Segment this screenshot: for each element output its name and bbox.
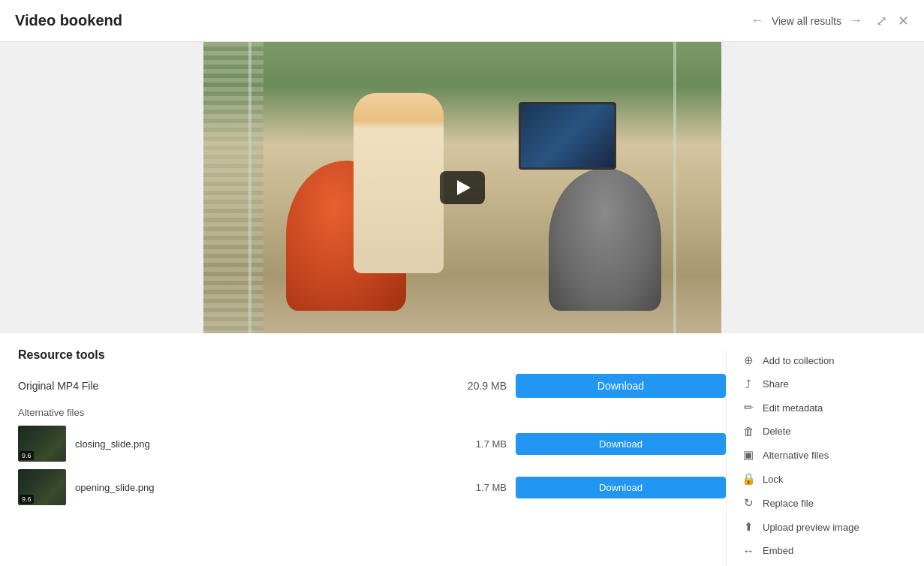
alt-file-row: 9.6 closing_slide.png 1.7 MB Download bbox=[18, 426, 726, 462]
resource-panel: Resource tools Original MP4 File 20.9 MB… bbox=[0, 333, 924, 566]
header-icons: ⤢ ✕ bbox=[876, 13, 909, 29]
original-download-button[interactable]: Download bbox=[516, 374, 726, 398]
sidebar-tool-label: Lock bbox=[763, 474, 783, 485]
lock-icon: 🔒 bbox=[742, 472, 755, 486]
sidebar-tool-label: Share bbox=[763, 378, 789, 390]
sidebar-tool-share[interactable]: ⤴ Share bbox=[742, 372, 906, 396]
alt-download-button[interactable]: Download bbox=[516, 433, 726, 455]
sidebar-tool-label: Add to collection bbox=[763, 355, 834, 366]
sidebar-tool-add-to-collection[interactable]: ⊕ Add to collection bbox=[742, 348, 906, 372]
header-nav: ← View all results → ⤢ ✕ bbox=[751, 13, 909, 29]
view-all-results-link[interactable]: View all results bbox=[772, 15, 841, 27]
sidebar-tool-label: Edit metadata bbox=[763, 402, 823, 414]
alt-file-row: 9.6 opening_slide.png 1.7 MB Download bbox=[18, 469, 726, 505]
edit-metadata-icon: ✏ bbox=[742, 401, 755, 414]
close-button[interactable]: ✕ bbox=[898, 13, 909, 29]
sidebar-tool-replace-file[interactable]: ↻ Replace file bbox=[742, 491, 906, 515]
upload-preview-icon: ⬆ bbox=[742, 520, 755, 534]
play-button[interactable] bbox=[440, 171, 485, 204]
next-arrow[interactable]: → bbox=[849, 13, 862, 29]
resource-main: Resource tools Original MP4 File 20.9 MB… bbox=[18, 348, 726, 566]
alt-files-label: Alternative files bbox=[18, 407, 726, 418]
scene-blinds bbox=[203, 42, 263, 333]
scene-glass-right bbox=[673, 42, 676, 333]
sidebar-tool-label: Delete bbox=[763, 426, 791, 437]
sidebar-tool-label: Alternative files bbox=[763, 450, 829, 461]
thumb-inner: 9.6 bbox=[18, 426, 66, 462]
resource-tools-title: Resource tools bbox=[18, 348, 726, 362]
sidebar-tool-lock[interactable]: 🔒 Lock bbox=[742, 467, 906, 491]
sidebar-tool-label: Upload preview image bbox=[763, 522, 859, 533]
alt-file-name: opening_slide.png bbox=[75, 482, 445, 493]
scene-monitor bbox=[519, 102, 616, 170]
replace-file-icon: ↻ bbox=[742, 496, 755, 510]
scene-glass-left bbox=[248, 42, 251, 333]
embed-icon: ↔ bbox=[742, 544, 755, 557]
thumb-inner: 9.6 bbox=[18, 469, 66, 505]
resource-sidebar: ⊕ Add to collection ⤴ Share ✏ Edit metad… bbox=[726, 348, 906, 566]
alt-file-thumbnail: 9.6 bbox=[18, 469, 66, 505]
sidebar-tool-upload-preview[interactable]: ⬆ Upload preview image bbox=[742, 515, 906, 539]
sidebar-tool-label: Embed bbox=[763, 545, 793, 556]
add-to-collection-icon: ⊕ bbox=[742, 354, 755, 367]
original-file-label: Original MP4 File bbox=[18, 380, 438, 392]
prev-arrow[interactable]: ← bbox=[751, 13, 764, 29]
sidebar-tools-container: ⊕ Add to collection ⤴ Share ✏ Edit metad… bbox=[742, 348, 906, 566]
alt-download-button[interactable]: Download bbox=[516, 477, 726, 498]
alt-file-thumbnail: 9.6 bbox=[18, 426, 66, 462]
sidebar-tool-edit-metadata[interactable]: ✏ Edit metadata bbox=[742, 396, 906, 420]
original-file-row: Original MP4 File 20.9 MB Download bbox=[18, 374, 726, 398]
video-wrapper[interactable] bbox=[203, 42, 721, 333]
sidebar-tool-label: Replace file bbox=[763, 498, 814, 509]
thumb-badge: 9.6 bbox=[20, 451, 34, 460]
alt-file-size: 1.7 MB bbox=[454, 482, 507, 493]
expand-button[interactable]: ⤢ bbox=[876, 13, 887, 29]
sidebar-tool-alternative-files[interactable]: ▣ Alternative files bbox=[742, 443, 906, 467]
alternative-files-icon: ▣ bbox=[742, 448, 755, 462]
share-icon: ⤴ bbox=[742, 378, 755, 390]
alt-file-name: closing_slide.png bbox=[75, 438, 445, 450]
original-file-size: 20.9 MB bbox=[447, 380, 507, 392]
thumb-badge: 9.6 bbox=[20, 495, 34, 504]
video-container bbox=[0, 42, 924, 333]
scene-person bbox=[354, 93, 444, 273]
header: Video bookend ← View all results → ⤢ ✕ bbox=[0, 0, 924, 42]
scene-chair-gray bbox=[549, 168, 661, 311]
sidebar-tool-bookend[interactable]: ↩ Bookend bbox=[742, 562, 906, 566]
alt-files-container: 9.6 closing_slide.png 1.7 MB Download 9.… bbox=[18, 426, 726, 505]
scene-monitor-screen bbox=[521, 104, 614, 167]
page-title: Video bookend bbox=[15, 12, 122, 29]
delete-icon: 🗑 bbox=[742, 425, 755, 438]
alt-file-size: 1.7 MB bbox=[454, 438, 507, 450]
sidebar-tool-delete[interactable]: 🗑 Delete bbox=[742, 420, 906, 443]
sidebar-tool-embed[interactable]: ↔ Embed bbox=[742, 539, 906, 562]
play-icon bbox=[457, 180, 471, 195]
